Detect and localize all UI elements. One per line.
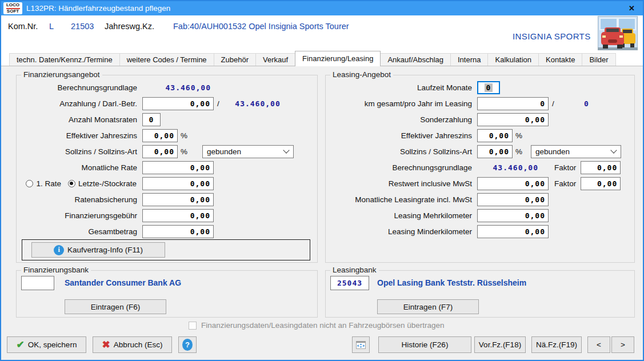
minderkilometer-row: Leasing Minderkilometer xyxy=(326,223,634,239)
gesamtbetrag-row: Gesamtbetrag xyxy=(17,223,317,239)
tab-techn-daten[interactable]: techn. Daten/Kennz./Termine xyxy=(9,53,120,66)
abbruch-button[interactable]: ✖ Abbruch (Esc) xyxy=(93,336,172,353)
jahreswg-label: Jahreswg.Kz. xyxy=(105,22,154,31)
erste-rate-radio[interactable] xyxy=(26,180,33,187)
restwert-row: Restwert inclusive MwSt Faktor xyxy=(326,175,634,191)
eintragen-f6-button[interactable]: Eintragen (F6) xyxy=(65,299,166,314)
effektiver-jahreszins-input[interactable] xyxy=(142,129,178,142)
monatliche-rate-input[interactable] xyxy=(142,161,214,174)
berechnungsgrundlage-faktor-input[interactable] xyxy=(581,161,621,174)
vehicle-header: Kom.Nr. L 21503 Jahreswg.Kz. Fab:40/AUH0… xyxy=(1,15,643,53)
effektiver-jahreszins-row: Effektiver Jahreszins % xyxy=(17,127,317,143)
ok-speichern-button[interactable]: ✔ OK, speichern xyxy=(7,336,86,353)
berechnungsgrundlage-row: Berechnungsgrundlage 43.460,00 xyxy=(17,79,317,95)
stockrate-input[interactable] xyxy=(142,177,214,190)
tab-finanzierung-leasing[interactable]: Finanzierung/Leasing xyxy=(295,51,381,66)
next-button[interactable]: > xyxy=(611,336,634,353)
restwert-faktor-input[interactable] xyxy=(581,177,621,190)
mehrkilometer-row: Leasing Mehrkilometer xyxy=(326,207,634,223)
leasingrate-row: Monatliche Leasingrate incl. MwSt xyxy=(326,191,634,207)
tab-ankauf-abschlag[interactable]: Ankauf/Abschlag xyxy=(380,53,451,66)
leasingbank-code-input[interactable] xyxy=(330,276,369,290)
leasing-berechnungsgrundlage-value: 43.460,00 xyxy=(477,163,549,172)
historie-button[interactable]: Historie (F26) xyxy=(378,336,471,353)
mehrkilometer-input[interactable] xyxy=(477,209,549,222)
finanzierungsgebuehr-row: Finanzierungsgebühr xyxy=(17,207,317,223)
eintragen-f7-button[interactable]: Eintragen (F7) xyxy=(377,299,479,314)
prev-button[interactable]: < xyxy=(587,336,610,353)
sollzins-art-select[interactable]: gebunden xyxy=(202,145,294,158)
vehicle-info: Fab:40/AUH001532 Opel Insignia Sports To… xyxy=(173,22,349,31)
monatliche-rate-row: Monatliche Rate xyxy=(17,159,317,175)
kaufvertrag-info-frame: i Kaufvertrag-Info (F11) xyxy=(22,239,310,260)
minderkilometer-input[interactable] xyxy=(477,225,549,238)
tab-bilder[interactable]: Bilder xyxy=(582,53,615,66)
info-icon: i xyxy=(54,245,64,255)
km-gesamt-input[interactable] xyxy=(477,97,549,110)
tab-kalkulation[interactable]: Kalkulation xyxy=(487,53,539,66)
kaufvertrag-info-button[interactable]: i Kaufvertrag-Info (F11) xyxy=(31,242,165,258)
vor-fz-button[interactable]: Vor.Fz.(F18) xyxy=(474,336,526,353)
chevron-down-icon xyxy=(610,147,617,153)
kom-nr-label: Kom.Nr. xyxy=(8,22,38,31)
leasing-sollzins-row: Sollzins / Sollzins-Art % gebunden xyxy=(326,143,634,159)
leasing-sollzins-art-select[interactable]: gebunden xyxy=(531,145,621,158)
rate-art-radiogroup: 1. Rate Letzte-/Stockrate xyxy=(17,179,142,188)
sonderzahlung-input[interactable] xyxy=(477,113,549,126)
finanzierungsbank-code-input[interactable] xyxy=(21,276,54,290)
tab-interna[interactable]: Interna xyxy=(450,53,488,66)
tab-kontakte[interactable]: Kontakte xyxy=(538,53,582,66)
nae-fz-button[interactable]: Nä.Fz.(F19) xyxy=(531,336,582,353)
leasing-sollzins-input[interactable] xyxy=(477,145,513,158)
group-title: Finanzierungsbank xyxy=(21,266,91,274)
help-button[interactable]: ? xyxy=(178,336,197,353)
window-position-icon xyxy=(356,340,366,350)
monatsraten-row: Anzahl Monatsraten xyxy=(17,111,317,127)
darlehensbetrag-value: 43.460,00 xyxy=(223,99,283,108)
boersen-checkbox[interactable] xyxy=(189,322,197,330)
cross-icon: ✖ xyxy=(102,339,110,351)
titlebar[interactable]: LOCO SOFT L132PR: Händlerfahrzeugbestand… xyxy=(1,1,643,15)
km-pro-jahr-value: 0 xyxy=(559,99,592,108)
group-title: Leasing-Angebot xyxy=(330,70,393,79)
check-icon: ✔ xyxy=(17,339,25,351)
berechnungsgrundlage-value: 43.460,00 xyxy=(142,83,214,92)
group-title: Finanzierungsangebot xyxy=(21,70,102,79)
leasingrate-input[interactable] xyxy=(477,193,549,206)
boersen-checkbox-row: Finanzierungsdaten/Leasingdaten nicht an… xyxy=(189,321,445,330)
letzte-stockrate-radio[interactable] xyxy=(68,180,75,187)
help-icon: ? xyxy=(182,339,193,351)
finanzierungsbank-group: Finanzierungsbank Santander Consumer Ban… xyxy=(16,270,318,318)
km-leasing-row: km gesamt/pro Jahr im Leasing / 0 xyxy=(326,95,634,111)
window-position-button[interactable] xyxy=(352,336,370,353)
anzahlung-input[interactable] xyxy=(142,97,214,110)
close-icon[interactable]: ✕ xyxy=(629,1,635,15)
laufzeit-row: Laufzeit Monate 0 xyxy=(326,79,634,95)
restwert-input[interactable] xyxy=(477,177,549,190)
sollzins-row: Sollzins / Sollzins-Art % gebunden xyxy=(17,143,317,159)
anzahl-monatsraten-input[interactable] xyxy=(142,113,161,126)
finanzierungsgebuehr-input[interactable] xyxy=(142,209,214,222)
leasingbank-name: Opel Lasing Bank Teststr. Rüsselsheim xyxy=(377,278,526,287)
group-title: Leasingbank xyxy=(330,266,379,274)
kom-nr-letter: L xyxy=(49,22,54,31)
sollzins-input[interactable] xyxy=(142,145,178,158)
tab-zubehoer[interactable]: Zubehör xyxy=(214,53,256,66)
tab-verkauf[interactable]: Verkauf xyxy=(255,53,295,66)
leasingbank-group: Leasingbank Opel Lasing Bank Teststr. Rü… xyxy=(325,270,635,318)
ratenabsicherung-input[interactable] xyxy=(142,193,214,206)
sonderzahlung-row: Sonderzahlung xyxy=(326,111,634,127)
finanzierungsbank-name: Santander Consumer Bank AG xyxy=(65,278,181,287)
rate-art-row: 1. Rate Letzte-/Stockrate xyxy=(17,175,317,191)
kom-nr-value: 21503 xyxy=(71,22,94,31)
tab-strip: techn. Daten/Kennz./Termine weitere Code… xyxy=(1,53,643,66)
anzahlung-row: Anzahlung / Darl.-Betr. / 43.460,00 xyxy=(17,95,317,111)
laufzeit-monate-input[interactable]: 0 xyxy=(477,81,500,94)
boersen-checkbox-label: Finanzierungsdaten/Leasingdaten nicht an… xyxy=(201,321,445,330)
gesamtbetrag-input[interactable] xyxy=(142,225,214,238)
window-title: L132PR: Händlerfahrzeugbestand pflegen xyxy=(26,4,170,13)
leasing-effektiver-jahreszins-input[interactable] xyxy=(477,129,513,142)
tab-weitere-codes[interactable]: weitere Codes / Termine xyxy=(119,53,214,66)
leasing-angebot-group: Leasing-Angebot Laufzeit Monate 0 km ges… xyxy=(325,75,635,263)
ratenabsicherung-row: Ratenabsicherung xyxy=(17,191,317,207)
